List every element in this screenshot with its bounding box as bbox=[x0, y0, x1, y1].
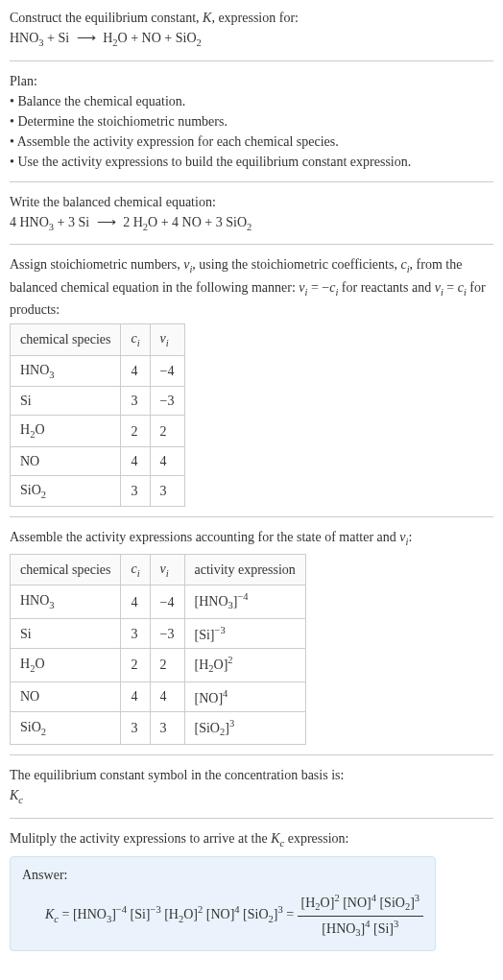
cell-species: NO bbox=[11, 681, 121, 712]
bracket: O] bbox=[183, 907, 198, 921]
kc-line: The equilibrium constant symbol in the c… bbox=[10, 765, 493, 785]
cell-activity: [Si]−3 bbox=[184, 618, 305, 649]
cell-activity: [SiO2]3 bbox=[184, 712, 305, 745]
cell-c: 4 bbox=[121, 681, 150, 712]
bracket: [Si] bbox=[373, 920, 394, 935]
cell-activity: [NO]4 bbox=[184, 681, 305, 712]
table-header-row: chemical species ci νi bbox=[11, 324, 185, 356]
coef: 4 bbox=[10, 215, 20, 229]
plan-bullet: • Determine the stoichiometric numbers. bbox=[10, 111, 493, 131]
table-row: Si3−3[Si]−3 bbox=[11, 618, 306, 649]
col-ci: ci bbox=[121, 324, 150, 356]
cell-activity: [H2O]2 bbox=[184, 649, 305, 681]
bracket: [Si] bbox=[195, 627, 215, 641]
species: O bbox=[148, 215, 157, 229]
exponent: 4 bbox=[223, 688, 228, 699]
fraction: [H2O]2 [NO]4 [SiO2]3 [HNO3]4 [Si]3 bbox=[298, 891, 423, 940]
kc-value: Kc bbox=[10, 785, 493, 808]
text: Assign stoichiometric numbers, bbox=[10, 257, 183, 272]
activity-block: Assemble the activity expressions accoun… bbox=[10, 527, 493, 745]
cell-species: H2O bbox=[11, 416, 121, 447]
table-row: HNO34−4[HNO3]−4 bbox=[11, 586, 306, 618]
equals: = bbox=[59, 907, 73, 921]
bracket: O] bbox=[321, 896, 335, 910]
k-symbol: K bbox=[45, 907, 54, 921]
cell-c: 4 bbox=[121, 586, 150, 618]
species: HNO bbox=[20, 593, 49, 608]
answer-box: Answer: Kc = [HNO3]−4 [Si]−3 [H2O]2 [NO]… bbox=[10, 856, 436, 950]
bracket: [HNO bbox=[195, 594, 228, 609]
species: HNO bbox=[10, 31, 38, 45]
prompt-text: Construct the equilibrium constant, bbox=[10, 11, 203, 25]
text: Mulitply the activity expressions to arr… bbox=[10, 831, 271, 846]
divider bbox=[10, 181, 493, 182]
col-activity: activity expression bbox=[184, 554, 305, 586]
bracket: [NO] bbox=[206, 907, 235, 921]
table-row: NO44 bbox=[11, 446, 185, 475]
stoich-table: chemical species ci νi HNO34−4 Si3−3 H2O… bbox=[10, 323, 185, 507]
balanced-title: Write the balanced chemical equation: bbox=[10, 192, 493, 212]
cell-nu: 2 bbox=[150, 649, 184, 681]
answer-label: Answer: bbox=[22, 865, 423, 885]
coef: 3 bbox=[216, 215, 227, 229]
cell-nu: 3 bbox=[150, 475, 184, 507]
exponent: 3 bbox=[394, 919, 398, 929]
species: SiO bbox=[20, 720, 41, 734]
divider bbox=[10, 60, 493, 61]
bracket: [NO] bbox=[343, 896, 371, 910]
species: H bbox=[133, 215, 143, 229]
subscript: 2 bbox=[41, 490, 46, 500]
cell-species: Si bbox=[11, 387, 121, 416]
table-row: SiO233[SiO2]3 bbox=[11, 712, 306, 745]
bracket: [H bbox=[164, 907, 179, 921]
bracket: [SiO bbox=[195, 721, 220, 735]
plan-bullet: • Assemble the activity expression for e… bbox=[10, 131, 493, 152]
k-symbol: K bbox=[271, 831, 279, 846]
eqn-reactant-1: HNO3 bbox=[10, 31, 44, 45]
balanced-block: Write the balanced chemical equation: 4 … bbox=[10, 192, 493, 235]
species: SiO bbox=[226, 215, 247, 229]
multiply-block: Mulitply the activity expressions to arr… bbox=[10, 828, 493, 851]
table-row: H2O22 bbox=[11, 416, 185, 447]
cell-species: SiO2 bbox=[11, 712, 121, 745]
subscript: 2 bbox=[247, 221, 252, 231]
species: H bbox=[20, 657, 30, 671]
col-species: chemical species bbox=[11, 324, 121, 356]
bracket: O] bbox=[214, 657, 228, 672]
species: Si bbox=[79, 215, 90, 229]
balanced-equation: 4 HNO3 + 3 Si ⟶ 2 H2O + 4 NO + 3 SiO2 bbox=[10, 212, 493, 235]
bracket: [SiO bbox=[379, 896, 404, 910]
exponent: 2 bbox=[228, 655, 232, 665]
exponent: 2 bbox=[334, 893, 339, 903]
exponent: −4 bbox=[116, 905, 127, 916]
activity-title: Assemble the activity expressions accoun… bbox=[10, 527, 493, 550]
cell-activity: [HNO3]−4 bbox=[184, 586, 305, 618]
cell-nu: −4 bbox=[150, 355, 184, 387]
bracket: [H bbox=[195, 657, 209, 672]
bracket: [SiO bbox=[243, 907, 268, 921]
cell-species: HNO3 bbox=[11, 586, 121, 618]
bracket: [H bbox=[301, 896, 316, 910]
exponent: 3 bbox=[415, 893, 419, 903]
text: expression: bbox=[284, 831, 348, 846]
exponent: 3 bbox=[229, 718, 234, 729]
plus: + bbox=[54, 215, 68, 229]
bracket: [HNO bbox=[73, 907, 107, 921]
subscript: 2 bbox=[197, 37, 202, 48]
plus: + bbox=[44, 31, 59, 45]
col-ci: ci bbox=[121, 554, 150, 586]
cell-nu: 4 bbox=[150, 681, 184, 712]
denominator: [HNO3]4 [Si]3 bbox=[298, 917, 423, 941]
bracket: [Si] bbox=[131, 907, 151, 921]
eqn-reactant-2: Si bbox=[59, 31, 70, 45]
text: = − bbox=[307, 280, 329, 295]
table-row: SiO233 bbox=[11, 475, 185, 507]
table-row: NO44[NO]4 bbox=[11, 681, 306, 712]
coef: 4 bbox=[172, 215, 182, 229]
species: HNO bbox=[20, 363, 49, 377]
arrow-icon: ⟶ bbox=[73, 31, 100, 45]
equals: = bbox=[283, 907, 298, 921]
col-species: chemical species bbox=[11, 554, 121, 586]
species: NO bbox=[182, 215, 202, 229]
text: Assemble the activity expressions accoun… bbox=[10, 530, 399, 544]
